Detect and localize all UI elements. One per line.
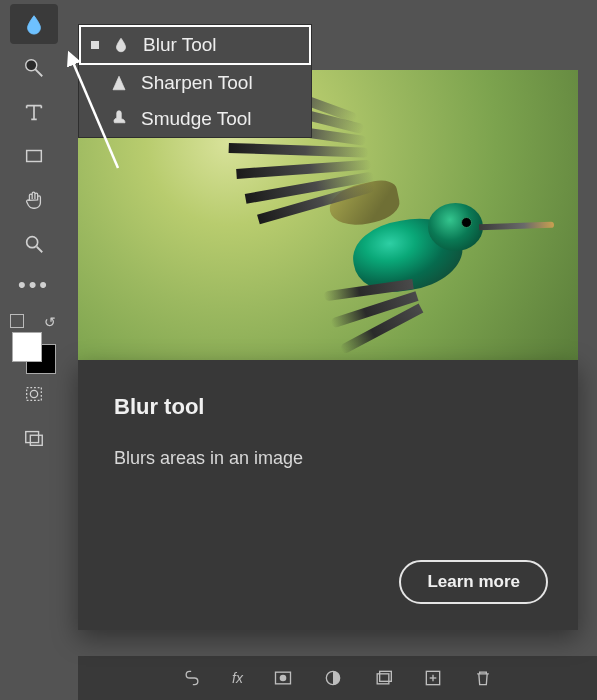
- tool-rectangle[interactable]: [10, 136, 58, 176]
- layers-panel-footer: fx: [78, 656, 597, 700]
- adjustment-icon[interactable]: [323, 668, 343, 688]
- tool-dodge[interactable]: [10, 48, 58, 88]
- tool-zoom[interactable]: [10, 224, 58, 264]
- drop-icon: [23, 13, 45, 35]
- triangle-icon: [109, 73, 129, 93]
- tool-overflow[interactable]: •••: [0, 266, 68, 304]
- default-colors-icon[interactable]: [10, 314, 24, 328]
- tool-flyout-menu: Blur Tool Sharpen Tool Smudge Tool: [78, 24, 312, 138]
- svg-line-1: [35, 69, 42, 76]
- fx-button[interactable]: fx: [232, 670, 243, 686]
- finger-icon: [109, 109, 129, 129]
- color-swatches[interactable]: ↺: [10, 314, 58, 368]
- foreground-swatch[interactable]: [12, 332, 42, 362]
- tool-screenmode[interactable]: [10, 418, 58, 458]
- quickmask-icon: [23, 383, 45, 405]
- tool-tooltip-card: Blur tool Blurs areas in an image Learn …: [78, 360, 578, 630]
- flyout-item-label: Sharpen Tool: [141, 72, 253, 94]
- svg-point-6: [30, 390, 37, 397]
- svg-point-11: [280, 675, 287, 682]
- screenmode-icon: [23, 427, 45, 449]
- tools-panel: ••• ↺: [0, 0, 68, 700]
- tool-blur[interactable]: [10, 4, 58, 44]
- svg-rect-2: [27, 151, 42, 162]
- tool-hand[interactable]: [10, 180, 58, 220]
- rectangle-icon: [23, 145, 45, 167]
- swap-colors-icon[interactable]: ↺: [44, 314, 56, 330]
- tooltip-description: Blurs areas in an image: [114, 448, 578, 469]
- svg-rect-8: [30, 435, 42, 445]
- tool-quickmask[interactable]: [10, 374, 58, 414]
- tool-type[interactable]: [10, 92, 58, 132]
- learn-more-button[interactable]: Learn more: [399, 560, 548, 604]
- group-icon[interactable]: [373, 668, 393, 688]
- svg-rect-13: [377, 674, 389, 684]
- tooltip-title: Blur tool: [114, 394, 578, 420]
- drop-icon: [111, 35, 131, 55]
- type-icon: [23, 101, 45, 123]
- svg-rect-7: [26, 432, 39, 443]
- new-layer-icon[interactable]: [423, 668, 443, 688]
- trash-icon[interactable]: [473, 668, 493, 688]
- zoom-icon: [23, 233, 45, 255]
- svg-rect-14: [380, 671, 392, 681]
- link-icon[interactable]: [182, 668, 202, 688]
- flyout-item-sharpen[interactable]: Sharpen Tool: [79, 65, 311, 101]
- svg-line-4: [37, 247, 43, 253]
- flyout-item-label: Blur Tool: [143, 34, 217, 56]
- svg-rect-5: [27, 388, 42, 401]
- flyout-item-smudge[interactable]: Smudge Tool: [79, 101, 311, 137]
- lollipop-icon: [23, 57, 45, 79]
- mask-icon[interactable]: [273, 668, 293, 688]
- hand-icon: [23, 189, 45, 211]
- selected-marker: [91, 41, 99, 49]
- flyout-item-label: Smudge Tool: [141, 108, 252, 130]
- flyout-item-blur[interactable]: Blur Tool: [79, 25, 311, 65]
- svg-point-3: [27, 237, 38, 248]
